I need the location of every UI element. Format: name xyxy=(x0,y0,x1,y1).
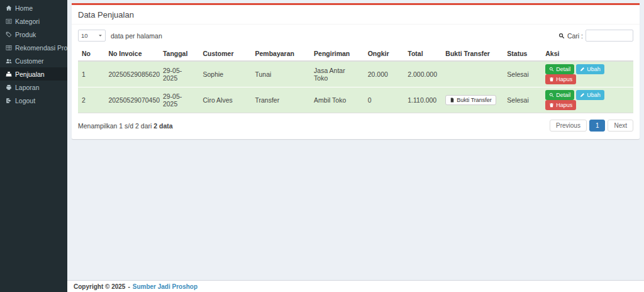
footer: Copyright © 2025 - Sumber Jadi Proshop xyxy=(67,280,644,292)
sidebar-item-label: Home xyxy=(15,4,33,12)
table-row: 22025052907045029-05-2025Ciro AlvesTrans… xyxy=(78,87,633,113)
sidebar-item-home[interactable]: Home xyxy=(0,1,67,14)
cell-pembayaran: Tunai xyxy=(251,61,310,87)
search-controls: Cari : xyxy=(558,30,633,42)
bukti-transfer-label: Bukti Transfer xyxy=(457,97,492,103)
search-icon xyxy=(549,67,554,72)
search-icon xyxy=(549,93,554,98)
sidebar-item-label: Penjualan xyxy=(15,70,45,78)
sidebar-item-produk[interactable]: Produk xyxy=(0,28,67,41)
table-row: 12025052908562029-05-2025SophieTunaiJasa… xyxy=(78,61,633,87)
sidebar-item-label: Laporan xyxy=(15,84,40,91)
home-icon xyxy=(5,5,12,11)
hapus-button[interactable]: Hapus xyxy=(545,100,576,110)
column-header-ongkir[interactable]: Ongkir xyxy=(364,47,404,61)
sidebar-item-label: Customer xyxy=(15,57,44,65)
card-body: 10 data per halaman Cari : xyxy=(72,25,640,139)
sidebar-item-kategori[interactable]: Kategori xyxy=(0,14,67,28)
cell-aksi: DetailUbahHapus xyxy=(541,87,633,113)
sidebar: HomeKategoriProdukRekomendasi ProdukCust… xyxy=(0,0,67,292)
cell-ongkir: 0 xyxy=(364,87,404,113)
cell-pengiriman: Jasa Antar Toko xyxy=(310,61,364,87)
trash-icon xyxy=(549,77,554,82)
sidebar-item-label: Logout xyxy=(15,97,35,104)
table-icon xyxy=(5,45,12,51)
detail-button[interactable]: Detail xyxy=(545,90,574,100)
per-page-value: 10 xyxy=(81,32,88,39)
sign-out-icon xyxy=(5,98,12,104)
cell-total: 1.110.000 xyxy=(404,87,441,113)
cell-bukti-transfer xyxy=(441,61,503,87)
content-wrapper: Data Penjualan 10 data per halaman xyxy=(67,0,644,280)
table-controls: 10 data per halaman Cari : xyxy=(78,30,633,42)
cell-ongkir: 20.000 xyxy=(364,61,404,87)
sidebar-menu: HomeKategoriProdukRekomendasi ProdukCust… xyxy=(0,1,67,107)
sidebar-item-customer[interactable]: Customer xyxy=(0,54,67,67)
summary-count: 2 data xyxy=(153,122,172,130)
cell-status: Selesai xyxy=(503,61,541,87)
column-header-pengiriman[interactable]: Pengiriman xyxy=(310,47,364,61)
page-title: Data Penjualan xyxy=(78,10,633,20)
pencil-icon xyxy=(580,93,585,98)
column-header-aksi[interactable]: Aksi xyxy=(541,47,633,61)
sidebar-item-penjualan[interactable]: Penjualan xyxy=(0,67,67,81)
tags-icon xyxy=(5,31,12,38)
cell-no: 2 xyxy=(78,87,104,113)
bukti-transfer-button[interactable]: Bukti Transfer xyxy=(445,95,496,105)
per-page-select[interactable]: 10 xyxy=(78,30,106,42)
hapus-button[interactable]: Hapus xyxy=(545,74,576,84)
per-page-label: data per halaman xyxy=(111,32,162,40)
file-icon xyxy=(450,98,455,103)
detail-button-label: Detail xyxy=(556,66,570,72)
search-label: Cari : xyxy=(567,32,583,40)
ubah-button[interactable]: Ubah xyxy=(576,90,604,100)
detail-button[interactable]: Detail xyxy=(545,64,574,74)
cell-customer: Ciro Alves xyxy=(199,87,251,113)
copyright-text: Copyright © 2025 xyxy=(74,283,125,290)
pagination: Previous 1 Next xyxy=(547,120,633,132)
main-area: Data Penjualan 10 data per halaman xyxy=(67,0,644,292)
pagination-next-button[interactable]: Next xyxy=(608,120,633,132)
trash-icon xyxy=(549,103,554,108)
column-header-bukti-transfer[interactable]: Bukti Transfer xyxy=(441,47,503,61)
column-header-customer[interactable]: Customer xyxy=(199,47,251,61)
brand-link[interactable]: Sumber Jadi Proshop xyxy=(133,283,197,290)
data-penjualan-card: Data Penjualan 10 data per halaman xyxy=(72,3,640,139)
summary-text: Menampilkan 1 s/d 2 dari xyxy=(78,122,152,130)
print-icon xyxy=(5,84,12,91)
sales-table: NoNo InvoiceTanggalCustomerPembayaranPen… xyxy=(78,47,633,113)
pagination-previous-button[interactable]: Previous xyxy=(550,120,587,132)
cell-customer: Sophie xyxy=(199,61,251,87)
ubah-button-label: Ubah xyxy=(587,66,601,72)
cell-status: Selesai xyxy=(503,87,541,113)
sidebar-item-label: Produk xyxy=(15,31,36,38)
hapus-button-label: Hapus xyxy=(556,102,572,108)
column-header-no[interactable]: No xyxy=(78,47,104,61)
column-header-pembayaran[interactable]: Pembayaran xyxy=(251,47,310,61)
sidebar-item-rekomendasi-produk[interactable]: Rekomendasi Produk xyxy=(0,41,67,54)
column-header-no-invoice[interactable]: No Invoice xyxy=(104,47,159,61)
table-footer: Menampilkan 1 s/d 2 dari 2 data Previous… xyxy=(78,120,633,132)
column-header-total[interactable]: Total xyxy=(404,47,441,61)
table-header-row: NoNo InvoiceTanggalCustomerPembayaranPen… xyxy=(78,47,633,61)
copyright-separator: - xyxy=(128,283,130,290)
sidebar-item-laporan[interactable]: Laporan xyxy=(0,81,67,94)
cell-tanggal: 29-05-2025 xyxy=(159,87,199,113)
column-header-status[interactable]: Status xyxy=(503,47,541,61)
ubah-button-label: Ubah xyxy=(587,92,601,98)
cell-total: 2.000.000 xyxy=(404,61,441,87)
cell-pengiriman: Ambil Toko xyxy=(310,87,364,113)
ubah-button[interactable]: Ubah xyxy=(576,64,604,74)
cell-invoice: 20250529070450 xyxy=(104,87,159,113)
sidebar-item-logout[interactable]: Logout xyxy=(0,94,67,107)
cell-tanggal: 29-05-2025 xyxy=(159,61,199,87)
results-summary: Menampilkan 1 s/d 2 dari 2 data xyxy=(78,122,173,130)
search-input[interactable] xyxy=(586,30,633,42)
sidebar-item-label: Kategori xyxy=(15,18,40,25)
pagination-page-1-button[interactable]: 1 xyxy=(589,120,606,132)
cash-register-icon xyxy=(5,71,12,77)
cell-pembayaran: Transfer xyxy=(251,87,310,113)
chevron-down-icon xyxy=(98,33,103,38)
column-header-tanggal[interactable]: Tanggal xyxy=(159,47,199,61)
table-body: 12025052908562029-05-2025SophieTunaiJasa… xyxy=(78,61,633,113)
